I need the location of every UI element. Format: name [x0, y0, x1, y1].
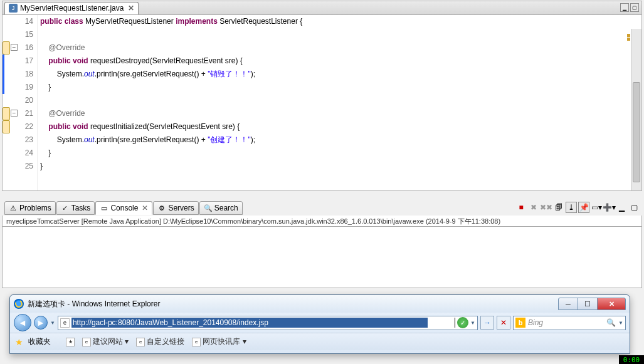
view-tab-console[interactable]: ▭Console✕ — [95, 201, 152, 215]
url-text[interactable]: http://gacl-pc:8080/JavaWeb_Listener_201… — [71, 318, 428, 328]
maximize-editor-icon[interactable]: ▢ — [630, 3, 639, 12]
file-tab-label: MyServletRequestListener.java — [20, 4, 124, 13]
minimize-editor-icon[interactable]: ▁ — [620, 3, 629, 12]
clock: 0:00 — [619, 355, 644, 364]
link-icon: e — [192, 338, 201, 346]
close-view-icon[interactable]: ✕ — [142, 204, 148, 212]
search-placeholder: Bing — [528, 318, 604, 327]
back-button[interactable]: ◄ — [14, 314, 31, 331]
forward-button[interactable]: ► — [34, 316, 48, 330]
view-tab-search[interactable]: 🔍Search — [199, 201, 243, 215]
tasks-icon: ✓ — [61, 204, 70, 212]
favorite-link[interactable]: ★ — [66, 336, 75, 347]
ie-window: 新建选项卡 - Windows Internet Explorer ─ ☐ ✕ … — [9, 294, 630, 354]
remove-launch-icon[interactable]: ✖ — [528, 202, 539, 213]
pin-console-icon[interactable]: 📌 — [578, 202, 589, 213]
ie-window-title: 新建选项卡 - Windows Internet Explorer — [28, 299, 160, 309]
ie-address-bar-row: ◄ ► ▼ e http://gacl-pc:8080/JavaWeb_List… — [10, 313, 630, 333]
overview-mark[interactable] — [627, 34, 630, 37]
security-badge-icon[interactable]: ✓ — [457, 317, 468, 328]
remove-all-icon[interactable]: ✖✖ — [541, 202, 552, 213]
maximize-view-icon[interactable]: ▢ — [628, 202, 640, 213]
ie-logo-icon — [14, 299, 24, 309]
window-maximize-button[interactable]: ☐ — [578, 298, 598, 310]
view-tab-tasks[interactable]: ✓Tasks — [56, 201, 95, 215]
window-close-button[interactable]: ✕ — [597, 298, 626, 310]
file-tab[interactable]: J MyServletRequestListener.java ✕ — [4, 2, 139, 14]
fold-toggle-icon[interactable]: − — [11, 110, 18, 117]
console-output[interactable] — [2, 227, 642, 288]
link-icon: e — [136, 338, 145, 346]
display-selected-icon[interactable]: ▭▾ — [591, 202, 602, 213]
favorites-label[interactable]: 收藏夹 — [28, 336, 51, 347]
search-icon[interactable]: 🔍 — [606, 318, 616, 327]
open-console-icon[interactable]: ➕▾ — [603, 202, 615, 213]
views-pane: ⚠Problems✓Tasks▭Console✕⚙Servers🔍Search … — [2, 200, 642, 288]
favorite-link[interactable]: e自定义链接 — [136, 336, 184, 347]
editor-pane: J MyServletRequestListener.java ✕ ▁ ▢ 14… — [2, 1, 642, 191]
marker-strip — [3, 15, 10, 190]
scrollbar-thumb[interactable] — [633, 82, 640, 182]
editor-scrollbar[interactable] — [631, 29, 641, 190]
address-box[interactable]: e http://gacl-pc:8080/JavaWeb_Listener_2… — [58, 316, 478, 330]
console-description: myeclipseTomcatServer [Remote Java Appli… — [2, 216, 642, 227]
nav-history-dropdown[interactable]: ▼ — [50, 320, 55, 326]
editor-tab-bar: J MyServletRequestListener.java ✕ ▁ ▢ — [3, 1, 641, 15]
servers-icon: ⚙ — [157, 204, 166, 212]
ie-title-bar[interactable]: 新建选项卡 - Windows Internet Explorer ─ ☐ ✕ — [10, 295, 630, 313]
stop-button[interactable]: ✕ — [497, 316, 510, 330]
console-toolbar: ■ ✖ ✖✖ 🗐 ⤓ 📌 ▭▾ ➕▾ ▁ ▢ — [515, 202, 640, 213]
scroll-lock-icon[interactable]: ⤓ — [566, 202, 577, 213]
problems-icon: ⚠ — [9, 204, 18, 212]
search-dropdown-icon[interactable]: ▼ — [618, 320, 623, 326]
favorites-bar: ★ 收藏夹 ★e建议网站 ▾e自定义链接e网页快讯库 ▾ — [10, 333, 630, 350]
favorites-star-icon[interactable]: ★ — [15, 337, 23, 347]
views-tab-bar: ⚠Problems✓Tasks▭Console✕⚙Servers🔍Search … — [2, 200, 642, 216]
terminate-icon[interactable]: ■ — [515, 202, 527, 213]
window-minimize-button[interactable]: ─ — [558, 298, 578, 310]
view-tab-problems[interactable]: ⚠Problems — [4, 201, 56, 215]
view-tab-servers[interactable]: ⚙Servers — [153, 201, 198, 215]
code-content[interactable]: public class MyServletRequestListener im… — [38, 15, 641, 190]
favorite-link[interactable]: e网页快讯库 ▾ — [192, 336, 246, 347]
minimize-view-icon[interactable]: ▁ — [616, 202, 627, 213]
console-icon: ▭ — [100, 204, 108, 212]
close-tab-icon[interactable]: ✕ — [128, 4, 134, 13]
go-button[interactable]: → — [480, 316, 494, 330]
page-icon: e — [60, 318, 70, 328]
java-file-icon: J — [9, 4, 18, 13]
text-cursor — [455, 318, 455, 328]
address-dropdown-icon[interactable]: ▼ — [470, 320, 475, 326]
overview-mark[interactable] — [627, 38, 630, 41]
clear-console-icon[interactable]: 🗐 — [553, 202, 564, 213]
link-icon: ★ — [66, 338, 75, 346]
fold-toggle-icon[interactable]: − — [11, 44, 18, 51]
search-box[interactable]: b Bing 🔍 ▼ — [513, 316, 626, 330]
search-icon: 🔍 — [204, 204, 213, 212]
favorite-link[interactable]: e建议网站 ▾ — [82, 336, 129, 347]
line-gutter: 141516−1718192021−22232425 — [10, 15, 38, 190]
link-icon: e — [82, 338, 91, 346]
bing-icon: b — [515, 318, 525, 328]
code-area[interactable]: 141516−1718192021−22232425 public class … — [3, 15, 641, 190]
